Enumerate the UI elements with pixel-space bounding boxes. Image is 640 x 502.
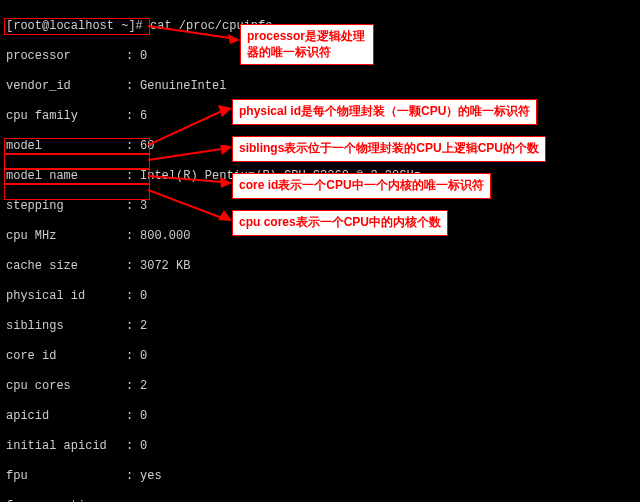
row-vendor-id: vendor_id:GenuineIntel <box>6 79 634 94</box>
row-core-id: core id:0 <box>6 349 634 364</box>
row-model-name: model name:Intel(R) Pentium(R) CPU G3260… <box>6 169 634 184</box>
row-apicid: apicid:0 <box>6 409 634 424</box>
row-siblings: siblings:2 <box>6 319 634 334</box>
row-processor: processor:0 <box>6 49 634 64</box>
terminal-output: [root@localhost ~]# cat /proc/cpuinfo pr… <box>0 0 640 502</box>
row-model: model:60 <box>6 139 634 154</box>
row-physical-id: physical id:0 <box>6 289 634 304</box>
row-cpu-family: cpu family:6 <box>6 109 634 124</box>
row-cache-size: cache size:3072 KB <box>6 259 634 274</box>
prompt-line: [root@localhost ~]# cat /proc/cpuinfo <box>6 19 634 34</box>
row-cpu-cores: cpu cores:2 <box>6 379 634 394</box>
row-initial-apicid: initial apicid:0 <box>6 439 634 454</box>
row-fpu: fpu:yes <box>6 469 634 484</box>
row-cpu-mhz: cpu MHz:800.000 <box>6 229 634 244</box>
row-stepping: stepping:3 <box>6 199 634 214</box>
